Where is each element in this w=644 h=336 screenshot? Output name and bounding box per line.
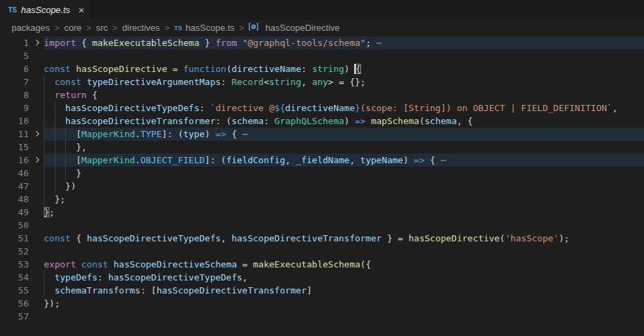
token-kw: const	[82, 259, 108, 269]
token-pn: })	[44, 181, 76, 191]
tab-hasscope[interactable]: TS hasScope.ts ×	[0, 0, 92, 19]
indent-guide	[44, 88, 45, 101]
code-text: typeDefs: hasScopeDirectiveTypeDefs,	[44, 271, 644, 284]
token-pn: };	[44, 194, 65, 204]
indent-guide	[55, 180, 55, 193]
breadcrumb-item-directives[interactable]: directives	[122, 23, 160, 33]
code-line: 8 return {	[0, 88, 644, 101]
token-interp: ${	[275, 103, 286, 113]
token-pn: {	[226, 129, 237, 139]
line-number: 54	[0, 271, 29, 284]
token-pn: ;	[49, 207, 55, 217]
indent-guide	[65, 154, 66, 167]
token-pn	[237, 38, 243, 48]
token-pn: {	[76, 38, 92, 48]
token-enum: OBJECT_FIELD	[140, 155, 205, 165]
token-pn: =	[167, 64, 183, 74]
breadcrumb-item-symbol[interactable]: hasScopeDirective	[249, 23, 339, 33]
token-fn: hasScopeDirective	[408, 233, 499, 243]
token-pn: } =	[382, 233, 408, 243]
chevron-right-icon: >	[239, 23, 244, 33]
code-text	[44, 219, 644, 232]
line-number: 53	[0, 258, 29, 271]
chevron-right-icon: >	[112, 23, 117, 33]
token-type: string	[312, 64, 344, 74]
token-pn: [	[44, 129, 82, 139]
gutter: 6	[0, 62, 44, 75]
line-number: 5	[0, 49, 29, 62]
indent-guide	[44, 75, 45, 88]
token-str: "@graphql-tools/schema"	[243, 38, 366, 48]
breadcrumb-item-packages[interactable]: packages	[12, 23, 50, 33]
line-number: 56	[0, 297, 29, 310]
code-line: 5	[0, 49, 644, 62]
line-number: 8	[0, 88, 29, 101]
code-editor[interactable]: 1import { makeExecutableSchema } from "@…	[0, 36, 644, 323]
fold-chevron-icon[interactable]	[34, 131, 39, 136]
chevron-right-icon: >	[164, 23, 169, 33]
close-icon[interactable]: ×	[78, 5, 84, 15]
token-pn: > = {};	[328, 77, 366, 87]
line-number: 50	[0, 219, 29, 232]
code-text: });	[44, 297, 644, 310]
token-pn	[82, 77, 87, 87]
code-text	[44, 245, 644, 258]
line-number: 48	[0, 193, 29, 206]
token-pn: :	[264, 116, 275, 126]
token-pn: : [	[140, 285, 156, 296]
gutter: 48	[0, 193, 44, 206]
token-ctl: import	[44, 38, 76, 48]
breadcrumb-item-file[interactable]: TS hasScope.ts	[174, 23, 234, 33]
fold-ellipsis[interactable]: ⋯	[237, 129, 248, 139]
token-pn: ]	[307, 285, 312, 296]
fold-chevron-icon[interactable]	[34, 40, 39, 45]
indent-guide	[44, 167, 45, 180]
code-text: const typeDirectiveArgumentMaps: Record<…	[44, 75, 644, 88]
breadcrumb-item-core[interactable]: core	[64, 23, 82, 33]
line-number: 47	[0, 180, 29, 193]
token-pn: :	[199, 103, 210, 113]
token-var: typeDefs	[55, 272, 98, 283]
code-line: 57	[0, 310, 644, 323]
gutter: 52	[0, 245, 44, 258]
line-number: 51	[0, 232, 29, 245]
token-pn: : (	[215, 116, 231, 126]
code-text: })	[44, 180, 644, 193]
fold-ellipsis[interactable]: ⋯	[371, 38, 382, 48]
token-var: schema	[425, 116, 457, 126]
token-enum: TYPE	[140, 129, 162, 139]
token-var: directiveName	[232, 64, 301, 74]
token-str: 'hasScope'	[505, 233, 558, 243]
code-text: },	[44, 141, 644, 154]
token-var: hasScopeDirectiveTransformer	[156, 285, 306, 296]
breadcrumb-item-src[interactable]: src	[96, 23, 108, 33]
indent-guide	[65, 128, 66, 141]
token-pn: ,	[349, 155, 360, 165]
fold-ellipsis[interactable]: ⋯	[435, 155, 446, 165]
fold-chevron-icon[interactable]	[34, 157, 39, 163]
token-pn: (	[226, 64, 232, 74]
token-type: any	[312, 77, 327, 87]
token-pn: <	[264, 77, 269, 87]
indent-guide	[44, 154, 45, 167]
token-fn: mapSchema	[371, 116, 419, 126]
gutter: 11	[0, 128, 44, 141]
token-pn: (	[499, 233, 505, 243]
token-pn: }	[44, 168, 82, 178]
token-kw: =>	[216, 129, 227, 139]
token-pn: {	[425, 155, 436, 165]
indent-guide	[44, 180, 45, 193]
token-pn	[44, 272, 55, 283]
code-line: 11 [MapperKind.TYPE]: (type) => { ⋯	[0, 128, 644, 141]
gutter: 7	[0, 75, 44, 88]
code-line: 9 hasScopeDirectiveTypeDefs: `directive …	[0, 101, 644, 115]
gutter: 57	[0, 310, 44, 323]
typescript-file-icon: TS	[174, 25, 182, 32]
token-pn: )	[344, 116, 355, 126]
gutter: 55	[0, 284, 44, 297]
line-number: 57	[0, 310, 29, 323]
gutter: 1	[0, 36, 44, 49]
code-line: 48 };	[0, 193, 644, 206]
token-pn	[71, 64, 76, 74]
code-text: export const hasScopeDirectiveSchema = m…	[44, 258, 644, 271]
